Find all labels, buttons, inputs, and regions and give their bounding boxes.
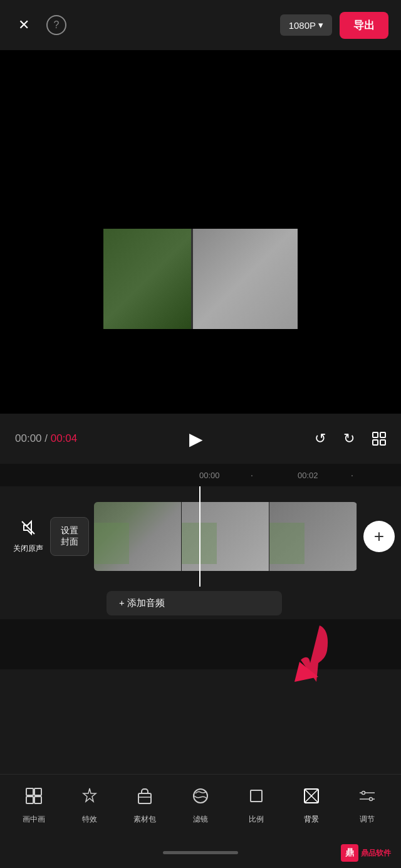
export-button[interactable]: 导出: [340, 12, 388, 39]
svg-rect-10: [138, 793, 151, 803]
svg-rect-1: [380, 432, 385, 437]
tool-effects[interactable]: 特效: [71, 787, 108, 825]
help-button[interactable]: ?: [46, 15, 66, 35]
track-frame-3: [269, 502, 357, 571]
tool-materials[interactable]: 素材包: [126, 787, 164, 825]
svg-rect-6: [26, 788, 33, 795]
filters-icon: [192, 787, 209, 809]
home-indicator: [163, 851, 238, 854]
annotation-area: [0, 619, 401, 669]
set-cover-button[interactable]: 设置 封面: [50, 517, 89, 556]
background-icon: [303, 787, 320, 809]
timeline-tracks: 关闭原声 设置 封面 +: [0, 486, 401, 587]
add-clip-button[interactable]: +: [363, 521, 395, 552]
tool-materials-label: 素材包: [133, 814, 156, 825]
svg-rect-2: [373, 440, 378, 445]
ruler-dot-1: ·: [251, 470, 253, 480]
audio-icon: [20, 520, 36, 540]
red-arrow-annotation: [282, 625, 345, 709]
svg-rect-0: [373, 432, 378, 437]
svg-rect-9: [34, 797, 41, 803]
tool-ratio-label: 比例: [249, 814, 264, 825]
tool-background-label: 背景: [304, 814, 319, 825]
home-indicator-container: [13, 851, 388, 854]
materials-icon: [136, 787, 154, 809]
audio-off-label: 关闭原声: [13, 543, 43, 554]
adjust-icon: [358, 787, 376, 809]
ruler-time-2: 00:02: [298, 471, 318, 480]
ratio-icon: [247, 787, 265, 809]
tool-background[interactable]: 背景: [293, 787, 330, 825]
red-arrow-icon: [282, 625, 345, 707]
effects-icon: [81, 787, 98, 809]
watermark-brand: 鼎品软件: [361, 848, 391, 859]
track-frame-1: [94, 502, 182, 571]
video-track[interactable]: [94, 502, 357, 571]
time-total: 00:04: [51, 432, 78, 444]
svg-rect-12: [251, 790, 262, 802]
audio-off-button[interactable]: 关闭原声: [0, 520, 50, 554]
tool-filters[interactable]: 滤镜: [182, 787, 219, 825]
svg-point-16: [362, 791, 365, 794]
video-frame: [103, 229, 298, 329]
play-button[interactable]: ▶: [189, 429, 203, 449]
audio-track-row: + 添加音频: [0, 587, 401, 619]
control-icons: ↺ ↻: [315, 431, 386, 447]
watermark: 鼎 鼎品软件: [341, 844, 391, 862]
svg-rect-8: [26, 797, 33, 803]
video-preview: [103, 116, 298, 348]
svg-rect-3: [380, 440, 385, 445]
top-bar-left: ✕ ?: [13, 14, 66, 36]
top-bar: ✕ ? 1080P ▾ 导出: [0, 0, 401, 50]
close-button[interactable]: ✕: [13, 14, 35, 36]
redo-button[interactable]: ↻: [343, 431, 355, 447]
tool-canvas-label: 画中画: [23, 814, 45, 825]
tool-adjust[interactable]: 调节: [348, 787, 386, 825]
ruler-dot-2: ·: [351, 470, 353, 480]
top-bar-right: 1080P ▾ 导出: [280, 12, 388, 39]
video-bottom-black: [103, 329, 298, 348]
time-current: 00:00: [15, 432, 42, 444]
tool-effects-label: 特效: [82, 814, 97, 825]
controls-bar: 00:00 / 00:04 ▶ ↺ ↻: [0, 414, 401, 464]
video-divider: [191, 229, 193, 329]
resolution-button[interactable]: 1080P ▾: [280, 14, 332, 36]
tool-ratio[interactable]: 比例: [237, 787, 275, 825]
fullscreen-button[interactable]: [372, 432, 386, 446]
svg-rect-7: [34, 788, 41, 795]
fullscreen-icon: [372, 432, 386, 446]
watermark-logo: 鼎: [341, 844, 358, 862]
mid-spacer: [0, 619, 401, 669]
time-display: 00:00 / 00:04: [15, 432, 77, 445]
track-frame-2: [182, 502, 269, 571]
undo-button[interactable]: ↺: [315, 431, 326, 447]
canvas-icon: [25, 787, 43, 809]
time-separator: /: [44, 432, 50, 444]
tool-adjust-label: 调节: [360, 814, 375, 825]
bottom-toolbar: 画中画 特效 素材包 滤镜: [0, 774, 401, 837]
add-audio-button[interactable]: + 添加音频: [107, 591, 282, 615]
home-bar: 鼎 鼎品软件: [0, 837, 401, 868]
svg-point-11: [194, 789, 207, 803]
preview-area: [0, 50, 401, 414]
playhead: [199, 486, 200, 587]
video-top-black: [103, 116, 298, 229]
timeline-ruler: 00:00 00:02 · ·: [0, 464, 401, 486]
svg-point-19: [369, 797, 372, 800]
ruler-time-0: 00:00: [199, 471, 220, 480]
tool-canvas[interactable]: 画中画: [15, 787, 53, 825]
tool-filters-label: 滤镜: [193, 814, 208, 825]
